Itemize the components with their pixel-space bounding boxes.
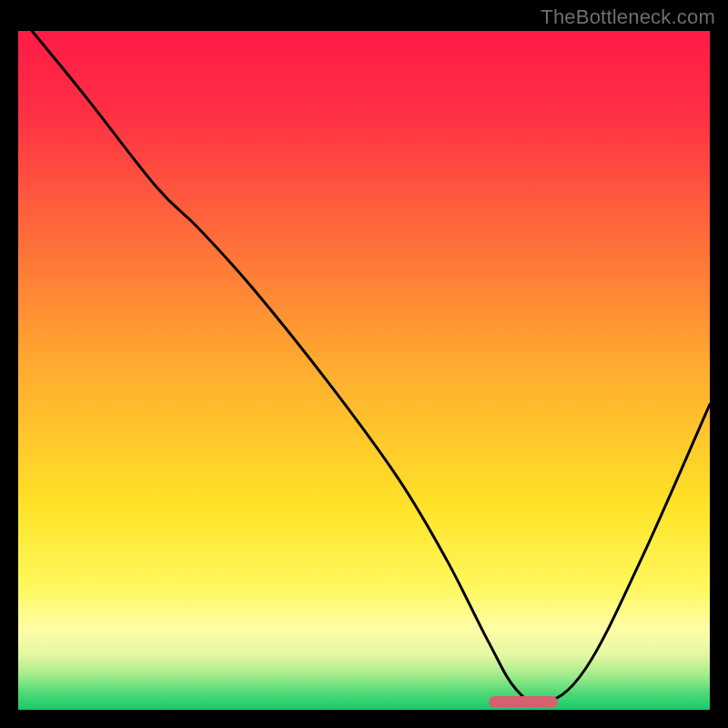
- plot-area: [18, 31, 710, 710]
- watermark-text: TheBottleneck.com: [541, 5, 715, 29]
- optimal-marker: [489, 696, 558, 708]
- bottleneck-curve: [18, 31, 710, 710]
- chart-frame: TheBottleneck.com: [0, 0, 728, 728]
